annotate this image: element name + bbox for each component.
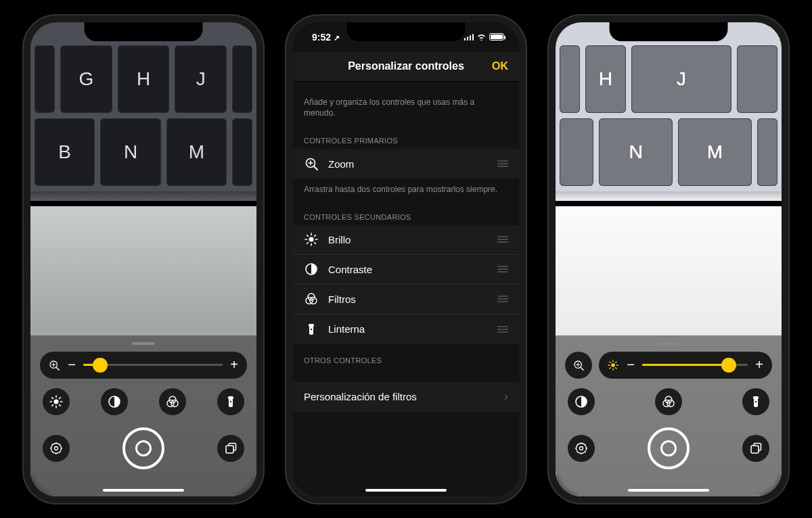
zoom-plus[interactable]: + — [229, 357, 239, 373]
flashlight-icon — [304, 323, 319, 336]
section-header-other: OTROS CONTROLES — [293, 344, 519, 369]
flashlight-button[interactable] — [217, 388, 244, 415]
slider-thumb[interactable] — [93, 358, 108, 373]
nav-bar: Personalizar controles OK — [293, 52, 519, 82]
zoom-icon — [304, 157, 319, 170]
key: J — [175, 45, 227, 113]
multiview-button[interactable] — [742, 435, 769, 462]
row-label: Brillo — [328, 234, 488, 245]
phone-magnifier-brightness: H J N M — [547, 14, 790, 504]
slider-thumb[interactable] — [721, 358, 736, 373]
shutter-button[interactable] — [648, 427, 690, 469]
row-label: Personalización de filtros — [304, 391, 495, 402]
key: N — [599, 118, 673, 186]
section-header-secondary: CONTROLES SECUNDARIOS — [293, 201, 519, 225]
panel-grabber[interactable] — [132, 342, 155, 345]
control-row-zoom[interactable]: Zoom — [293, 149, 519, 179]
notch — [347, 22, 466, 41]
primary-hint: Arrastra hasta dos controles para mostra… — [293, 179, 519, 201]
magnifier-controls-panel[interactable]: − + — [30, 335, 256, 496]
section-header-primary: CONTROLES PRIMARIOS — [293, 124, 519, 149]
contrast-icon — [304, 262, 319, 276]
row-label: Zoom — [328, 158, 488, 170]
key: N — [100, 118, 160, 186]
status-time: 9:52 ↗ — [312, 32, 340, 43]
notch — [85, 22, 203, 41]
drag-handle[interactable] — [497, 296, 508, 302]
key: H — [585, 45, 626, 113]
multiview-button[interactable] — [217, 435, 244, 462]
zoom-slider[interactable]: − + — [40, 352, 247, 379]
zoom-minus[interactable]: − — [67, 357, 76, 373]
filter-customization-row[interactable]: Personalización de filtros › — [293, 382, 519, 412]
panel-grabber[interactable] — [657, 342, 680, 345]
key: H — [118, 45, 170, 113]
drag-handle[interactable] — [497, 326, 508, 333]
drag-handle[interactable] — [497, 266, 508, 273]
filters-icon — [304, 292, 319, 306]
brightness-plus[interactable]: + — [754, 357, 764, 373]
brightness-minus[interactable]: − — [626, 357, 635, 373]
brightness-icon — [607, 360, 619, 371]
wifi-icon — [476, 33, 487, 41]
control-row-filters[interactable]: Filtros — [293, 285, 519, 314]
home-indicator[interactable] — [103, 489, 184, 492]
contrast-button[interactable] — [101, 388, 128, 415]
key: M — [166, 118, 227, 186]
signal-icon — [464, 34, 474, 41]
control-row-flashlight[interactable]: Linterna — [293, 314, 519, 344]
ok-button[interactable]: OK — [492, 60, 508, 72]
zoom-button[interactable] — [565, 352, 592, 379]
home-indicator[interactable] — [628, 489, 709, 492]
notch — [610, 22, 728, 41]
contrast-button[interactable] — [568, 388, 595, 415]
drag-handle[interactable] — [497, 236, 508, 243]
intro-text: Añade y organiza los controles que usas … — [293, 82, 519, 125]
filters-button[interactable] — [159, 388, 186, 415]
nav-title: Personalizar controles — [348, 60, 464, 72]
flashlight-button[interactable] — [742, 388, 769, 415]
filters-button[interactable] — [655, 388, 682, 415]
row-label: Contraste — [328, 264, 488, 275]
settings-button[interactable] — [568, 435, 595, 462]
magnifier-controls-panel[interactable]: − + — [556, 335, 782, 496]
zoom-icon — [48, 360, 60, 371]
key: M — [678, 118, 752, 186]
phone-magnifier-default: G H J B N M − — [22, 14, 265, 504]
shutter-button[interactable] — [122, 427, 164, 469]
key: J — [631, 45, 731, 113]
row-label: Linterna — [328, 323, 488, 335]
home-indicator[interactable] — [365, 489, 447, 492]
brightness-slider[interactable]: − + — [599, 352, 772, 379]
battery-icon — [489, 33, 504, 41]
row-label: Filtros — [328, 293, 488, 305]
key: G — [60, 45, 112, 113]
drag-handle[interactable] — [497, 160, 508, 167]
chevron-right-icon: › — [504, 390, 508, 404]
phone-settings: 9:52 ↗ Personalizar controles OK Añade y… — [285, 14, 527, 504]
key: B — [35, 118, 95, 186]
brightness-icon — [304, 233, 319, 246]
control-row-brightness[interactable]: Brillo — [293, 225, 519, 255]
brightness-button[interactable] — [43, 388, 70, 415]
settings-button[interactable] — [43, 435, 70, 462]
control-row-contrast[interactable]: Contraste — [293, 255, 519, 285]
